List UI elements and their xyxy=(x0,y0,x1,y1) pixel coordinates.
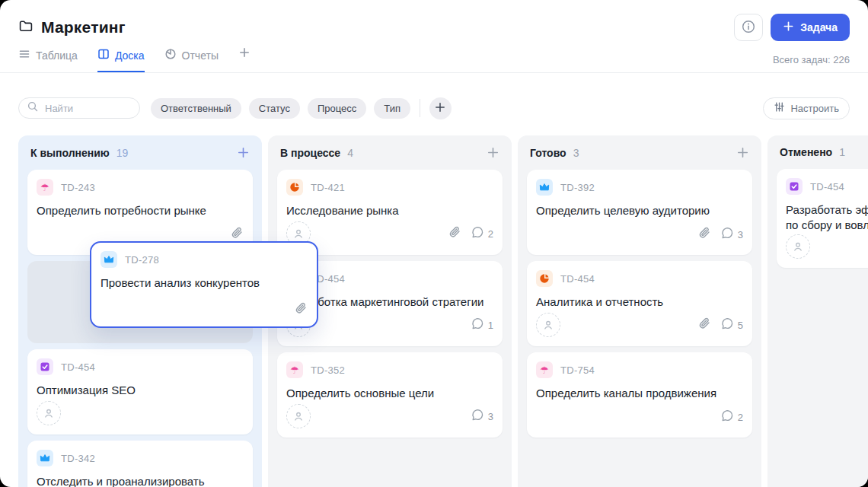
task-card[interactable]: ☂ TD-352 Определить основные цели 3 xyxy=(277,352,503,438)
comment-count: 1 xyxy=(488,320,493,331)
tab-board[interactable]: Доска xyxy=(97,48,145,72)
task-id: TD-392 xyxy=(560,182,595,193)
column-title: К выполнению xyxy=(30,147,110,159)
checkbox-icon xyxy=(786,178,803,195)
paperclip-icon xyxy=(230,226,244,243)
umbrella-icon: ☂ xyxy=(536,361,553,378)
task-title: Отследить и проанализировать xyxy=(37,474,244,487)
task-title: Исследование рынка xyxy=(286,203,493,218)
comment-count: 2 xyxy=(738,412,743,423)
info-icon xyxy=(741,19,756,37)
add-card-button[interactable] xyxy=(237,146,250,159)
plus-icon xyxy=(783,21,794,34)
add-task-button[interactable]: Задача xyxy=(771,14,850,41)
divider xyxy=(420,99,420,117)
task-id: TD-342 xyxy=(61,453,95,464)
search-icon xyxy=(27,100,39,116)
task-id: TD-454 xyxy=(810,181,844,193)
filter-chip-status[interactable]: Статус xyxy=(249,98,300,119)
comment-icon xyxy=(471,317,484,333)
task-title: Провести анализ конкурентов xyxy=(101,275,308,291)
task-title: Разработать эф по сбору и вовл xyxy=(786,202,868,234)
assignee-avatar[interactable] xyxy=(286,404,311,428)
page-title: Маркетинг xyxy=(41,18,126,37)
task-id: TD-421 xyxy=(311,182,345,193)
add-filter-button[interactable] xyxy=(429,97,452,119)
task-card[interactable]: TD-454 Оптимизация SEO xyxy=(27,349,253,434)
info-button[interactable] xyxy=(734,14,763,41)
column-count: 3 xyxy=(573,147,579,159)
filter-chip-type[interactable]: Тип xyxy=(374,98,410,119)
add-card-button[interactable] xyxy=(736,146,749,159)
configure-board-button[interactable]: Настроить xyxy=(763,97,850,119)
column-count: 1 xyxy=(839,146,845,158)
comment-count: 5 xyxy=(738,320,743,331)
pie-icon xyxy=(286,179,303,196)
task-title: Определить основные цели xyxy=(286,386,493,401)
task-id: TD-243 xyxy=(61,182,95,193)
add-view-button[interactable] xyxy=(238,46,251,72)
task-id: TD-278 xyxy=(125,254,159,266)
assignee-avatar[interactable] xyxy=(536,313,560,337)
header: Маркетинг Таблица Доска Отчеты xyxy=(0,0,868,73)
comment-icon xyxy=(720,226,734,243)
task-card[interactable]: TD-342 Отследить и проанализировать xyxy=(27,441,253,487)
umbrella-icon: ☂ xyxy=(37,179,53,196)
task-title: Определить каналы продвижения xyxy=(536,386,743,401)
task-title: Определить целевую аудиторию xyxy=(536,203,743,218)
tab-table[interactable]: Таблица xyxy=(18,48,78,72)
comment-count: 2 xyxy=(488,228,493,240)
crown-icon xyxy=(101,251,117,268)
checkbox-icon xyxy=(37,358,53,375)
view-tabs: Таблица Доска Отчеты xyxy=(18,46,850,72)
search-field[interactable] xyxy=(18,97,140,119)
paperclip-icon xyxy=(697,226,711,243)
assignee-avatar[interactable] xyxy=(37,401,61,425)
column-title: Готово xyxy=(530,147,566,159)
list-icon xyxy=(18,48,30,62)
task-title: Оптимизация SEO xyxy=(37,383,244,398)
comment-icon xyxy=(720,409,734,425)
comment-count: 3 xyxy=(738,229,743,240)
task-card[interactable]: TD-454 Разработать эф по сбору и вовл xyxy=(777,169,868,268)
task-id: TD-754 xyxy=(560,364,595,376)
column-count: 4 xyxy=(347,147,353,159)
filter-chip-assignee[interactable]: Ответственный xyxy=(151,98,241,119)
filter-chip-process[interactable]: Процесс xyxy=(308,98,366,119)
pie-icon xyxy=(536,270,553,287)
total-tasks-label: Всего задач: 226 xyxy=(773,54,850,65)
column-title: Отменено xyxy=(780,146,832,158)
comment-count: 3 xyxy=(488,411,493,422)
board-icon xyxy=(97,48,110,62)
task-id: TD-454 xyxy=(560,273,595,285)
task-id: TD-454 xyxy=(61,361,95,373)
paperclip-icon xyxy=(294,301,308,318)
umbrella-icon: ☂ xyxy=(286,361,303,378)
column-done: Готово 3 TD-392 Определить целевую аудит… xyxy=(518,135,761,487)
paperclip-icon xyxy=(697,317,711,333)
plus-icon xyxy=(238,46,251,61)
task-title: Аналитика и отчетность xyxy=(536,294,743,310)
comment-icon xyxy=(471,408,484,425)
filter-bar: Ответственный Статус Процесс Тип Настрои… xyxy=(18,97,850,119)
column-count: 19 xyxy=(116,147,129,159)
comment-icon xyxy=(471,225,484,242)
search-input[interactable] xyxy=(43,102,130,115)
comment-icon xyxy=(720,317,734,333)
pie-chart-icon xyxy=(164,48,177,62)
task-id: TD-352 xyxy=(311,364,345,376)
task-card[interactable]: ☂ TD-754 Определить каналы продвижения 2 xyxy=(527,352,752,438)
app-window: Маркетинг Таблица Доска Отчеты xyxy=(0,0,868,487)
task-title: Определить потребности рынке xyxy=(37,203,244,218)
add-card-button[interactable] xyxy=(487,146,499,159)
column-cancelled: Отменено 1 TD-454 Разработать эф по сбор… xyxy=(767,135,868,487)
sliders-icon xyxy=(774,101,785,115)
assignee-avatar[interactable] xyxy=(786,234,810,259)
task-card[interactable]: TD-454 Аналитика и отчетность xyxy=(527,261,752,346)
task-card[interactable]: TD-392 Определить целевую аудиторию 3 xyxy=(527,170,752,255)
paperclip-icon xyxy=(448,225,461,242)
tab-reports[interactable]: Отчеты xyxy=(164,48,219,72)
column-title: В процессе xyxy=(280,147,340,159)
crown-icon xyxy=(536,179,553,196)
dragged-task-card[interactable]: TD-278 Провести анализ конкурентов xyxy=(90,241,318,328)
